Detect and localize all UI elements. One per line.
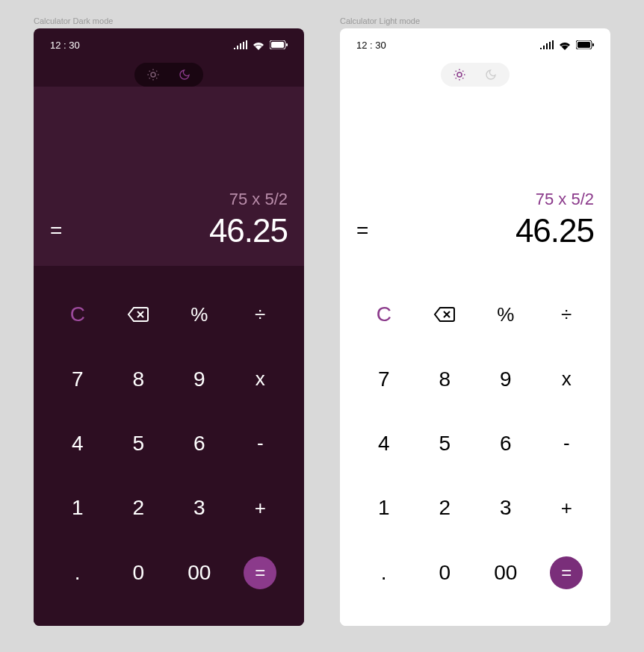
expression: 75 x 5/2 bbox=[229, 190, 288, 209]
theme-toggle[interactable] bbox=[441, 63, 510, 87]
light-mode-panel: Calculator Light mode 12 : 30 bbox=[340, 16, 610, 626]
dot-button[interactable]: . bbox=[47, 541, 108, 605]
cellular-icon bbox=[234, 40, 247, 49]
zero-button[interactable]: 0 bbox=[108, 541, 170, 605]
equals-button[interactable]: = bbox=[244, 556, 276, 589]
seven-button[interactable]: 7 bbox=[353, 347, 415, 411]
multiply-button[interactable]: x bbox=[536, 347, 598, 411]
divide-button[interactable]: ÷ bbox=[536, 282, 598, 347]
clear-button[interactable]: C bbox=[353, 282, 415, 347]
eight-button[interactable]: 8 bbox=[415, 347, 476, 411]
eight-button[interactable]: 8 bbox=[108, 347, 170, 411]
equals-sign: = bbox=[50, 219, 62, 243]
wifi-icon bbox=[252, 40, 265, 50]
status-bar: 12 : 30 bbox=[340, 33, 610, 57]
backspace-button[interactable] bbox=[108, 282, 170, 347]
status-bar: 12 : 30 bbox=[34, 33, 304, 57]
one-button[interactable]: 1 bbox=[353, 476, 415, 540]
moon-icon[interactable] bbox=[177, 67, 192, 82]
backspace-icon bbox=[433, 306, 456, 323]
result: 46.25 bbox=[209, 212, 288, 249]
cellular-icon bbox=[540, 40, 554, 49]
status-time: 12 : 30 bbox=[50, 40, 80, 51]
three-button[interactable]: 3 bbox=[475, 476, 536, 540]
wifi-icon bbox=[558, 40, 572, 50]
one-button[interactable]: 1 bbox=[47, 476, 108, 540]
seven-button[interactable]: 7 bbox=[47, 347, 108, 411]
nine-button[interactable]: 9 bbox=[169, 347, 230, 411]
svg-rect-5 bbox=[578, 42, 590, 48]
result-row: = 46.25 bbox=[50, 212, 288, 249]
five-button[interactable]: 5 bbox=[108, 412, 170, 476]
phone-dark: 12 : 30 75 x 5/2 bbox=[34, 28, 304, 626]
plus-button[interactable]: + bbox=[230, 476, 291, 540]
equals-button[interactable]: = bbox=[550, 556, 583, 589]
five-button[interactable]: 5 bbox=[415, 412, 476, 476]
equals-sign: = bbox=[356, 219, 368, 243]
status-icons bbox=[234, 40, 288, 50]
result-row: = 46.25 bbox=[356, 212, 594, 249]
keypad: C % ÷ 7 8 9 x 4 5 6 - 1 2 3 + . 0 00 = bbox=[34, 266, 304, 626]
sun-icon[interactable] bbox=[452, 67, 467, 82]
svg-rect-2 bbox=[286, 43, 288, 46]
clear-button[interactable]: C bbox=[47, 282, 108, 347]
panel-label-light: Calculator Light mode bbox=[340, 16, 610, 25]
three-button[interactable]: 3 bbox=[169, 476, 230, 540]
plus-button[interactable]: + bbox=[536, 476, 598, 540]
keypad: C % ÷ 7 8 9 x 4 5 6 - 1 2 3 + . 0 00 = bbox=[340, 266, 610, 626]
display-area: 75 x 5/2 = 46.25 bbox=[340, 87, 610, 266]
panel-label-dark: Calculator Dark mode bbox=[34, 16, 304, 25]
zero-button[interactable]: 0 bbox=[415, 541, 476, 605]
sun-icon[interactable] bbox=[146, 67, 161, 82]
status-icons bbox=[540, 40, 594, 50]
percent-button[interactable]: % bbox=[475, 282, 536, 347]
display-area: 75 x 5/2 = 46.25 bbox=[34, 87, 304, 266]
svg-point-3 bbox=[151, 72, 155, 77]
status-time: 12 : 30 bbox=[356, 40, 386, 51]
dark-mode-panel: Calculator Dark mode 12 : 30 bbox=[34, 16, 304, 626]
two-button[interactable]: 2 bbox=[108, 476, 170, 540]
minus-button[interactable]: - bbox=[230, 412, 291, 476]
six-button[interactable]: 6 bbox=[475, 412, 536, 476]
four-button[interactable]: 4 bbox=[47, 412, 108, 476]
double-zero-button[interactable]: 00 bbox=[169, 541, 230, 605]
svg-rect-6 bbox=[592, 43, 594, 46]
nine-button[interactable]: 9 bbox=[475, 347, 536, 411]
moon-icon[interactable] bbox=[483, 67, 498, 82]
minus-button[interactable]: - bbox=[536, 412, 598, 476]
backspace-button[interactable] bbox=[415, 282, 476, 347]
battery-icon bbox=[270, 40, 288, 49]
six-button[interactable]: 6 bbox=[169, 412, 230, 476]
dot-button[interactable]: . bbox=[353, 541, 415, 605]
multiply-button[interactable]: x bbox=[230, 347, 291, 411]
expression: 75 x 5/2 bbox=[536, 190, 594, 209]
theme-toggle[interactable] bbox=[134, 63, 203, 87]
divide-button[interactable]: ÷ bbox=[230, 282, 291, 347]
two-button[interactable]: 2 bbox=[415, 476, 476, 540]
svg-rect-1 bbox=[271, 42, 284, 48]
percent-button[interactable]: % bbox=[169, 282, 230, 347]
svg-point-7 bbox=[457, 72, 462, 77]
battery-icon bbox=[576, 40, 594, 49]
four-button[interactable]: 4 bbox=[353, 412, 415, 476]
result: 46.25 bbox=[515, 212, 594, 249]
backspace-icon bbox=[127, 306, 149, 323]
phone-light: 12 : 30 75 x 5/2 bbox=[340, 28, 610, 626]
double-zero-button[interactable]: 00 bbox=[475, 541, 536, 605]
